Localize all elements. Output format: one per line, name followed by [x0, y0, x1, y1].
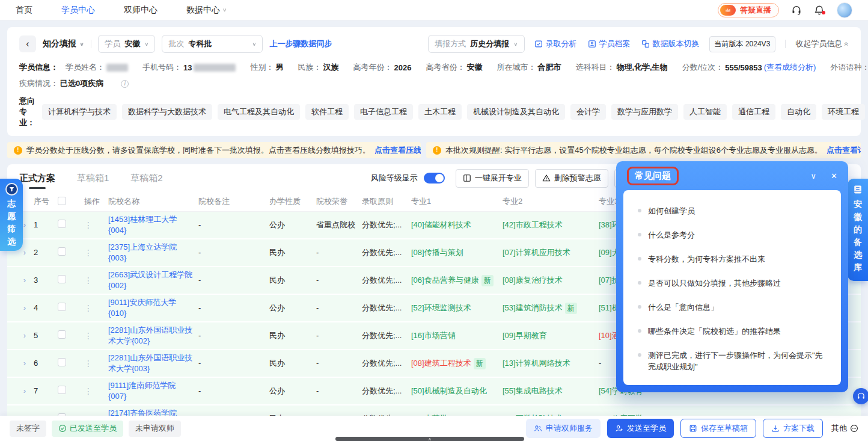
score-analysis-link[interactable]: (查看成绩分析) [764, 62, 816, 73]
expand-row-icon[interactable]: › [16, 330, 34, 341]
city-field: 所在城市：合肥市 [497, 62, 561, 73]
major-tag: 土木工程 [418, 104, 462, 120]
avatar[interactable] [837, 2, 852, 18]
faq-question[interactable]: 什么是参考分 [638, 229, 827, 241]
chevron-down-icon: ∨ [222, 7, 227, 13]
topnav-item[interactable]: 数据中心∨ [186, 5, 227, 16]
candidate-library-tab[interactable]: 安徽的备选库 [848, 179, 868, 281]
expand-grid-icon [463, 174, 471, 182]
chevron-down-icon: ∨ [252, 42, 256, 47]
faq-question[interactable]: 什么是「意向信息」 [638, 301, 827, 313]
warning-link[interactable]: 点击查看压线分数填报技巧 > [374, 145, 421, 156]
province-field: 高考省份：安徽 [426, 62, 482, 73]
college-name-link[interactable]: [1453]桂林理工大学{004} [108, 214, 198, 236]
faq-question[interactable]: 如何创建学员 [638, 205, 827, 217]
expand-row-icon[interactable]: › [16, 386, 34, 396]
fill-type-select[interactable]: 知分填报∨ [43, 39, 84, 49]
college-name-link[interactable]: [9011]安庆师范大学{010} [108, 297, 198, 319]
risk-level-toggle[interactable] [424, 173, 445, 183]
college-name-link[interactable]: [9111]淮南师范学院{007} [108, 380, 198, 402]
faq-question-text: 什么是参考分 [648, 229, 695, 241]
plan-tab[interactable]: 草稿箱1 [77, 165, 109, 191]
college-name-link[interactable]: [2663]武汉设计工程学院{002} [108, 270, 198, 291]
expand-row-icon[interactable]: › [16, 358, 34, 369]
faq-question[interactable]: 哪些条件决定「院校初选」的推荐结果 [638, 325, 827, 337]
row-checkbox[interactable] [58, 386, 66, 394]
plan-button-expand-grid[interactable]: 一键展开专业 [456, 169, 529, 188]
live-qa-button[interactable]: 答疑直播 [718, 3, 779, 17]
bell-icon[interactable] [814, 5, 825, 16]
sync-previous-step-link[interactable]: 上一步骤数据同步 [269, 39, 332, 49]
faq-question[interactable]: 测评已完成，进行下一步骤操作时，为何会提示"先完成职业规划" [638, 350, 827, 372]
row-checkbox[interactable] [58, 303, 66, 311]
faq-panel: 常见问题 ∨ ✕ 如何创建学员什么是参考分专科分数，为何专科方案推不出来是否可以… [616, 161, 848, 392]
footer-button-person-plus[interactable]: 发送至学员 [607, 419, 674, 438]
topnav-item[interactable]: 双师中心 [124, 5, 157, 16]
major-link[interactable]: [55]集成电路技术 [503, 386, 563, 395]
major-link[interactable]: [53]建筑消防技术 [503, 303, 563, 312]
college-name-link[interactable]: [2281]山东外国语职业技术大学{002} [108, 325, 198, 347]
expand-row-icon[interactable]: › [16, 275, 34, 286]
college-name-link[interactable]: [2375]上海立达学院{003} [108, 242, 198, 264]
person-plus-icon [615, 424, 623, 433]
row-checkbox[interactable] [58, 358, 66, 366]
back-button[interactable]: ‹ [19, 35, 36, 52]
major-link[interactable]: [08]传播与策划 [411, 248, 463, 257]
topnav-item-label: 数据中心 [186, 5, 220, 16]
horizontal-scrollbar[interactable]: ∧ [335, 437, 524, 441]
batch-select[interactable]: 批次专科批∨ [162, 35, 263, 53]
plan-tab[interactable]: 正式方案 [19, 165, 55, 191]
row-actions-icon[interactable]: ⋮ [84, 220, 108, 230]
info-icon[interactable]: i [121, 80, 129, 88]
plan-button-warning[interactable]: 删除预警志愿 [535, 169, 608, 188]
faq-title: 常见问题 [627, 167, 679, 185]
close-icon[interactable]: ✕ [831, 171, 837, 180]
row-checkbox[interactable] [58, 330, 66, 339]
chevron-down-icon: ∨ [513, 42, 518, 47]
expand-row-icon[interactable]: › [16, 303, 34, 313]
row-actions-icon[interactable]: ⋮ [84, 330, 108, 341]
row-actions-icon[interactable]: ⋮ [84, 303, 108, 313]
minimize-icon[interactable]: ∨ [811, 171, 817, 180]
major-link[interactable]: [42]市政工程技术 [503, 220, 563, 229]
select-all-checkbox[interactable] [58, 197, 66, 205]
college-name-link[interactable]: [2281]山东外国语职业技术大学{003} [108, 353, 198, 374]
header-action-profile[interactable]: 学员档案 [588, 39, 631, 49]
row-checkbox[interactable] [58, 247, 66, 256]
major-link[interactable]: [09]早期教育 [503, 331, 547, 340]
major-link[interactable]: [16]市场营销 [411, 331, 456, 340]
fill-method-select[interactable]: 填报方式历史分填报∨ [428, 35, 524, 53]
footer-button-save[interactable]: 保存至草稿箱 [680, 419, 756, 438]
headset-icon[interactable] [791, 5, 802, 16]
volunteer-filter-tab[interactable]: 志愿筛选 [0, 179, 23, 251]
plan-tab[interactable]: 草稿箱2 [130, 165, 162, 191]
major-link[interactable]: [08]康复治疗技术 [503, 276, 563, 285]
faq-question[interactable]: 是否可以只做知分填报，其他步骤略过 [638, 277, 827, 289]
major-link[interactable]: [50]机械制造及自动化 [411, 386, 487, 395]
faq-question-text: 专科分数，为何专科方案推不出来 [648, 253, 765, 265]
row-actions-icon[interactable]: ⋮ [84, 275, 108, 286]
row-actions-icon[interactable]: ⋮ [84, 358, 108, 369]
row-actions-icon[interactable]: ⋮ [84, 386, 108, 396]
major-link[interactable]: [08]建筑工程技术 [411, 359, 471, 368]
header-action-analysis[interactable]: 录取分析 [534, 39, 577, 49]
other-actions-button[interactable]: 其他 [831, 423, 858, 434]
row-checkbox[interactable] [58, 275, 66, 283]
warning-link[interactable]: 点击查看详情 > [827, 145, 861, 156]
customer-service-float-button[interactable] [853, 388, 868, 404]
footer-button-download[interactable]: 方案下载 [763, 419, 823, 438]
major-link[interactable]: [07]计算机应用技术 [503, 248, 570, 257]
major-link[interactable]: [40]储能材料技术 [411, 220, 471, 229]
faq-question[interactable]: 专科分数，为何专科方案推不出来 [638, 253, 827, 265]
header-action-version[interactable]: 数据版本切换 [641, 39, 700, 49]
collapse-student-info-link[interactable]: 收起学员信息« [795, 39, 849, 49]
major-link[interactable]: [06]食品营养与健康 [411, 276, 479, 285]
student-select[interactable]: 学员安徽∨ [98, 35, 155, 53]
row-actions-icon[interactable]: ⋮ [84, 247, 108, 258]
major-link[interactable]: [13]计算机网络技术 [503, 359, 570, 368]
topnav-item[interactable]: 首页 [16, 5, 32, 16]
row-checkbox[interactable] [58, 220, 66, 228]
topnav-item[interactable]: 学员中心 [61, 5, 95, 16]
major-link[interactable]: [52]环境监测技术 [411, 303, 471, 312]
footer-button-people[interactable]: 申请双师服务 [526, 419, 601, 438]
